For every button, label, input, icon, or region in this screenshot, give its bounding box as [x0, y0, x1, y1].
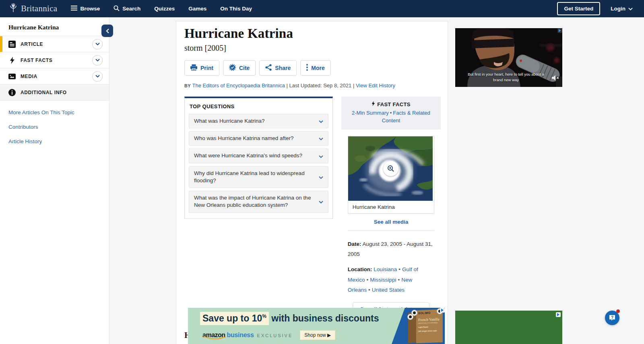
location-link[interactable]: Louisiana	[374, 266, 397, 272]
lightning-icon	[8, 57, 16, 64]
fact-date: Date: August 23, 2005 - August 31, 2005	[348, 239, 434, 260]
article-card: Hurricane Katrina storm [2005] Print Cit…	[176, 21, 448, 344]
facts-list: Date: August 23, 2005 - August 31, 2005 …	[341, 231, 441, 295]
fact-location: Location: Louisiana•Gulf of Mexico•Missi…	[348, 264, 434, 295]
fast-facts-panel: FAST FACTS 2-Min Summary•Facts & Related…	[341, 97, 441, 316]
britannica-logo[interactable]: Britannica	[9, 3, 57, 15]
notification-dot	[616, 309, 620, 313]
green-display-ad[interactable]	[455, 311, 562, 344]
mute-icon[interactable]	[552, 75, 559, 82]
svg-text:?: ?	[611, 315, 613, 320]
get-started-button[interactable]: Get Started	[557, 2, 600, 15]
fast-facts-expand-chevron[interactable]	[92, 55, 103, 66]
top-questions-box: TOP QUESTIONS What was Hurricane Katrina…	[184, 97, 333, 219]
nav-browse[interactable]: Browse	[71, 6, 100, 12]
amazon-smile-icon	[203, 334, 227, 341]
video-ad[interactable]: But first in your heart, here to tell yo…	[455, 28, 562, 87]
logo-wordmark: Britannica	[21, 4, 57, 14]
media-icon	[8, 73, 16, 80]
share-button[interactable]: Share	[259, 60, 297, 76]
page-subtitle: storm [2005]	[184, 43, 441, 53]
question-accordion[interactable]: What were Hurricane Katrina's wind speed…	[189, 148, 328, 163]
cite-badge-icon	[229, 64, 236, 72]
two-min-summary-link[interactable]: 2-Min Summary	[352, 110, 389, 116]
cite-button[interactable]: Cite	[223, 60, 256, 76]
login-button[interactable]: Login	[611, 6, 633, 12]
location-link[interactable]: United States	[372, 287, 405, 293]
sidebar-nav: ARTICLE FAST FACTS MEDIA	[0, 36, 109, 101]
ellipsis-vertical-icon	[306, 64, 308, 72]
chevron-left-icon	[106, 29, 109, 33]
link-contributors[interactable]: Contributors	[8, 124, 101, 130]
question-bubble-icon: ?	[609, 314, 616, 321]
sidebar-item-article[interactable]: ARTICLE	[0, 36, 109, 52]
video-caption-line2: brand new way	[455, 78, 557, 82]
nav-on-this-day[interactable]: On This Day	[220, 6, 252, 12]
chevron-down-icon	[319, 135, 323, 142]
page-title: Hurricane Katrina	[184, 26, 441, 41]
menu-icon	[71, 6, 77, 12]
link-article-history[interactable]: Article History	[8, 138, 101, 144]
action-toolbar: Print Cite Share More	[184, 60, 441, 76]
chevron-down-icon	[319, 198, 323, 205]
info-icon	[8, 89, 16, 96]
nav-search-label: Search	[122, 6, 140, 12]
question-accordion[interactable]: What was the impact of Hurricane Katrina…	[189, 191, 328, 212]
nav-quizzes[interactable]: Quizzes	[154, 6, 175, 12]
sidebar-topic-title: Hurricane Katrina	[0, 17, 109, 36]
chevron-down-icon	[628, 6, 633, 12]
zoom-in-icon[interactable]	[383, 161, 398, 176]
adchoices-icon[interactable]	[440, 308, 445, 313]
nav-search[interactable]: Search	[114, 5, 140, 12]
adchoices-icon[interactable]	[556, 312, 561, 317]
print-button[interactable]: Print	[184, 60, 219, 76]
hurricane-satellite-image[interactable]	[348, 136, 434, 201]
banner-headline: Save up to 10% with business discounts	[200, 313, 379, 324]
sidebar-item-media[interactable]: MEDIA	[0, 68, 109, 84]
question-accordion[interactable]: Why did Hurricane Katrina lead to widesp…	[189, 166, 328, 188]
top-questions-heading: TOP QUESTIONS	[189, 103, 328, 109]
chevron-down-icon	[319, 117, 323, 125]
thistle-icon	[9, 3, 18, 15]
media-caption: Hurricane Katrina	[348, 201, 434, 213]
video-caption-line1: But first in your heart, here to tell yo…	[455, 72, 557, 76]
question-accordion[interactable]: Who was Hurricane Katrina named after?	[189, 131, 328, 146]
sidebar-collapse-button[interactable]	[101, 25, 113, 37]
nav-games[interactable]: Games	[188, 6, 206, 12]
sidebar-item-fast-facts[interactable]: FAST FACTS	[0, 52, 109, 68]
fast-facts-header: FAST FACTS 2-Min Summary•Facts & Related…	[341, 97, 441, 130]
more-button[interactable]: More	[300, 60, 330, 76]
author-link[interactable]: The Editors of Encyclopaedia Britannica	[192, 82, 285, 89]
print-icon	[190, 64, 197, 72]
chevron-down-icon	[319, 152, 323, 160]
coffee-pod-icon	[407, 314, 413, 320]
chevron-down-icon	[319, 173, 323, 181]
sidebar-item-additional-info[interactable]: ADDITIONAL INFO	[0, 84, 109, 101]
article-expand-chevron[interactable]	[92, 39, 103, 49]
left-sidebar: Hurricane Katrina ARTICLE FAST FACTS	[0, 17, 109, 344]
byline: BY The Editors of Encyclopaedia Britanni…	[184, 82, 441, 89]
media-expand-chevron[interactable]	[92, 71, 103, 82]
media-card: Hurricane Katrina	[348, 136, 434, 214]
location-link[interactable]: Mississippi	[370, 277, 396, 283]
nav-browse-label: Browse	[80, 6, 100, 12]
search-icon	[114, 5, 120, 12]
amazon-business-logo: amazon business EXCLUSIVE	[202, 332, 293, 339]
lightning-icon	[372, 101, 375, 107]
view-edit-history-link[interactable]: View Edit History	[356, 82, 395, 89]
see-all-media-link[interactable]: See all media	[341, 219, 441, 225]
question-accordion[interactable]: What was Hurricane Katrina?	[189, 114, 328, 128]
link-more-articles[interactable]: More Articles On This Topic	[8, 109, 101, 115]
sidebar-links: More Articles On This Topic Contributors…	[0, 101, 109, 153]
coffee-product-image: SOLIMO French Vanilla ARTIFICIALLY FLAVO…	[408, 309, 444, 343]
article-icon	[8, 41, 16, 48]
adchoices-icon[interactable]	[557, 28, 562, 33]
amazon-business-banner-ad[interactable]: Save up to 10% with business discounts a…	[188, 308, 445, 344]
share-icon	[265, 64, 272, 72]
top-navbar: Britannica Browse Search Quizzes Games O…	[0, 0, 644, 17]
shop-now-button[interactable]: Shop now ▶	[300, 330, 335, 340]
